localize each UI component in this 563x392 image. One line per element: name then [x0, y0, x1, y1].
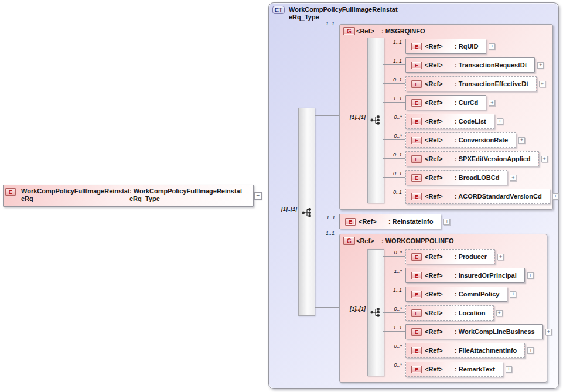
- sequence-icon[interactable]: [370, 308, 380, 317]
- root-element-box[interactable]: E WorkCompPolicyFullImageReinstat eRq : …: [3, 185, 254, 207]
- expand-icon[interactable]: +: [497, 254, 504, 260]
- connector-line: [315, 307, 339, 308]
- element-row-location: 0..* E <Ref> : Location +: [405, 305, 552, 321]
- cardinality-label: 1..1: [380, 39, 402, 45]
- ref-label: <Ref>: [356, 28, 381, 35]
- ref-label: <Ref>: [425, 309, 455, 316]
- expand-icon[interactable]: +: [510, 291, 516, 298]
- expand-icon[interactable]: +: [510, 175, 516, 181]
- complex-type-title: WorkCompPolicyFullImageReinstat eRq_Type: [289, 6, 398, 21]
- element-name: : WorkCompLineBusiness: [455, 328, 535, 335]
- element-row-insuredorprincipal: 1..* E <Ref> : InsuredOrPrincipal +: [405, 268, 552, 283]
- collapse-icon[interactable]: −: [254, 192, 262, 200]
- group-name: : WORKCOMPPOLINFO: [381, 237, 453, 244]
- expand-icon[interactable]: +: [497, 118, 503, 125]
- expand-icon[interactable]: +: [506, 366, 512, 373]
- cardinality-label: 1..1: [318, 21, 335, 26]
- element-name: : Producer: [455, 253, 487, 260]
- sequence-icon[interactable]: [370, 115, 380, 125]
- element-badge-icon: E: [411, 328, 422, 336]
- element-name: : CommlPolicy: [455, 291, 499, 298]
- element-box-transactionrequestdt[interactable]: E <Ref> : TransactionRequestDt: [405, 57, 535, 73]
- expand-icon[interactable]: +: [527, 272, 534, 279]
- expand-icon[interactable]: +: [489, 100, 495, 106]
- element-box-reinstateinfo[interactable]: E <Ref> : ReinstateInfo: [339, 214, 441, 229]
- cardinality-label: 0..1: [380, 152, 402, 158]
- element-row-reinstateinfo: 1..1 E <Ref> : ReinstateInfo +: [339, 214, 450, 229]
- element-badge-icon: E: [411, 291, 422, 298]
- sequence-icon[interactable]: [302, 208, 312, 217]
- cardinality-label: 1..*: [380, 268, 402, 274]
- cardinality-label: 0..*: [380, 250, 402, 255]
- expand-icon[interactable]: +: [518, 137, 525, 144]
- element-badge-icon: E: [411, 366, 422, 373]
- ref-label: <Ref>: [425, 62, 455, 69]
- cardinality-label: 1..1: [313, 214, 335, 220]
- element-name: : CodeList: [455, 118, 486, 125]
- group-badge-icon: G: [343, 27, 355, 35]
- element-box-codelist[interactable]: E <Ref> : CodeList: [405, 114, 494, 129]
- element-badge-icon: E: [411, 272, 422, 279]
- element-box-transactioneffectivedt[interactable]: E <Ref> : TransactionEffectiveDt: [405, 76, 537, 91]
- element-box-location[interactable]: E <Ref> : Location: [405, 305, 494, 321]
- ref-label: <Ref>: [425, 291, 455, 298]
- expand-icon[interactable]: +: [541, 156, 548, 162]
- element-box-broadlobcd[interactable]: E <Ref> : BroadLOBCd: [405, 170, 507, 185]
- element-name: : SPXEditVersionApplied: [455, 155, 531, 162]
- cardinality-label: 0..1: [380, 171, 402, 176]
- group-workcomppolinfo[interactable]: G <Ref> : WORKCOMPPOLINFO [1]..[1] 0..* …: [339, 234, 547, 383]
- element-name: : FileAttachmentInfo: [455, 347, 517, 354]
- element-box-rquid[interactable]: E <Ref> : RqUID: [405, 39, 486, 54]
- ref-label: <Ref>: [425, 80, 455, 87]
- element-badge-icon: E: [5, 188, 16, 196]
- group-header: G <Ref> : WORKCOMPPOLINFO: [343, 237, 453, 245]
- cardinality-label: 0..*: [380, 306, 402, 312]
- element-name: : ConversionRate: [455, 137, 508, 144]
- cardinality-label: 1..1: [380, 58, 402, 64]
- element-box-acordstandardversioncd[interactable]: E <Ref> : ACORDStandardVersionCd: [405, 189, 550, 204]
- element-box-fileattachmentinfo[interactable]: E <Ref> : FileAttachmentInfo: [405, 343, 525, 358]
- expand-icon[interactable]: +: [496, 310, 503, 316]
- element-row-spxeditversionapplied: 0..1 E <Ref> : SPXEditVersionApplied +: [405, 151, 559, 166]
- expand-icon[interactable]: +: [539, 81, 545, 87]
- group-msgrqinfo[interactable]: G <Ref> : MSGRQINFO [1]..[1] 1..1 E <R: [339, 24, 553, 210]
- expand-icon[interactable]: +: [443, 219, 450, 225]
- element-box-curcd[interactable]: E <Ref> : CurCd: [405, 95, 486, 110]
- element-name: : Location: [455, 309, 486, 316]
- expand-icon[interactable]: +: [537, 62, 544, 69]
- connector-line: [315, 115, 339, 116]
- cardinality-label: 1..1: [318, 230, 335, 236]
- element-badge-icon: E: [411, 174, 422, 182]
- element-badge-icon: E: [345, 218, 356, 226]
- element-box-remarktext[interactable]: E <Ref> : RemarkText: [405, 362, 503, 377]
- expand-icon[interactable]: +: [545, 329, 552, 335]
- element-badge-icon: E: [411, 309, 422, 317]
- ref-label: <Ref>: [425, 99, 455, 106]
- element-name: : TransactionRequestDt: [455, 62, 527, 69]
- element-badge-icon: E: [411, 193, 422, 200]
- element-box-commlpolicy[interactable]: E <Ref> : CommlPolicy: [405, 287, 507, 302]
- element-badge-icon: E: [411, 118, 422, 125]
- element-name: : TransactionEffectiveDt: [455, 80, 528, 87]
- element-box-spxeditversionapplied[interactable]: E <Ref> : SPXEditVersionApplied: [405, 151, 539, 166]
- element-box-insuredorprincipal[interactable]: E <Ref> : InsuredOrPrincipal: [405, 268, 525, 283]
- root-element-type: : WorkCompPolicyFullImageReinstat eRq_Ty…: [129, 188, 250, 203]
- cardinality-label: 0..*: [380, 343, 402, 349]
- element-box-producer[interactable]: E <Ref> : Producer: [405, 249, 495, 264]
- element-box-workcomplinebusiness[interactable]: E <Ref> : WorkCompLineBusiness: [405, 324, 543, 339]
- element-name: : RemarkText: [455, 366, 495, 373]
- expand-icon[interactable]: +: [527, 347, 534, 354]
- expand-icon[interactable]: +: [552, 193, 559, 200]
- cardinality-label: 1..1: [380, 96, 402, 101]
- complex-type-box[interactable]: CT WorkCompPolicyFullImageReinstat eRq_T…: [268, 2, 559, 389]
- cardinality-label: 0..*: [380, 362, 402, 368]
- expand-icon[interactable]: +: [489, 43, 495, 50]
- ref-label: <Ref>: [425, 118, 455, 125]
- element-badge-icon: E: [411, 137, 422, 144]
- element-box-conversionrate[interactable]: E <Ref> : ConversionRate: [405, 132, 516, 148]
- model-cardinality-label: [1]..[1]: [275, 206, 297, 212]
- element-row-workcomplinebusiness: 1..1 E <Ref> : WorkCompLineBusiness +: [405, 324, 552, 339]
- cardinality-label: 0..1: [380, 77, 402, 83]
- element-row-commlpolicy: 1..1 E <Ref> : CommlPolicy +: [405, 287, 552, 302]
- element-badge-icon: E: [411, 155, 422, 163]
